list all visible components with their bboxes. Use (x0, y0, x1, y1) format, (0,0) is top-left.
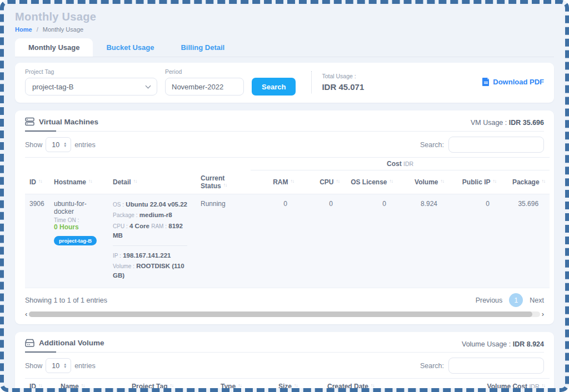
vm-col-volume[interactable]: Volume↑↓ (397, 170, 448, 194)
download-pdf-link[interactable]: Download PDF (482, 78, 544, 86)
vm-col-id[interactable]: ID↑↓ (25, 170, 49, 194)
tab-bucket-usage[interactable]: Bucket Usage (93, 38, 167, 57)
scroll-right-icon[interactable]: › (542, 311, 544, 317)
vm-section-title: Virtual Machines (25, 117, 98, 131)
vm-row-cost-public-ip: 0 (448, 194, 501, 288)
vm-col-ram[interactable]: RAM↑↓ (251, 170, 298, 194)
project-tag-label: Project Tag (25, 68, 157, 75)
sort-icon: ↑↓ (542, 383, 546, 388)
volume-page-size-select[interactable]: 10 (46, 358, 71, 373)
sort-icon: ↑↓ (291, 178, 295, 184)
volume-col-id[interactable]: ID↑↓ (25, 379, 56, 392)
vm-previous-button[interactable]: Previous (476, 296, 503, 304)
disk-drive-icon (25, 339, 34, 347)
spinner-arrows-icon (63, 363, 67, 369)
vm-col-os-license[interactable]: OS License↑↓ (344, 170, 397, 194)
vm-table-header-row: ID↑↓ Hostname↑↓ Detail↑↓ Current Status↑… (25, 170, 550, 194)
chevron-down-icon (146, 83, 151, 88)
scrollbar-track[interactable] (29, 311, 540, 317)
breadcrumb-separator: / (37, 26, 38, 33)
filter-card: Project Tag project-tag-B Period Search … (15, 63, 554, 103)
breadcrumb-home-link[interactable]: Home (15, 26, 32, 33)
project-tag-select[interactable]: project-tag-B (25, 78, 157, 96)
total-usage-value: IDR 45.071 (322, 82, 364, 92)
vm-row-cost-volume: 8.924 (397, 194, 448, 288)
tab-monthly-usage[interactable]: Monthly Usage (15, 38, 93, 57)
breadcrumb-current: Monthly Usage (43, 26, 83, 33)
vm-page-size-control: Show10entries (25, 137, 96, 152)
volume-col-type[interactable]: Type↑↓ (216, 379, 274, 392)
volume-table-header-row: ID↑↓ Name↑↓ Project Tag↑↓ Type↑↓ Size↑↓ … (25, 379, 550, 392)
time-on-value: 0 Hours (54, 223, 79, 231)
volume-usage-value: IDR 8.924 (513, 340, 544, 348)
volume-search-label: Search: (420, 362, 444, 370)
volume-col-name[interactable]: Name↑↓ (56, 379, 127, 392)
project-tag-field: Project Tag project-tag-B (25, 68, 157, 96)
vm-page-size-select[interactable]: 10 (46, 137, 71, 152)
volume-search-input[interactable] (448, 358, 544, 374)
period-input[interactable] (165, 78, 244, 96)
vm-row-cost-os-license: 0 (344, 194, 397, 288)
volume-col-volume-cost[interactable]: Volume Cost IDR↑↓ (425, 379, 550, 392)
time-on-label: Time ON : (54, 217, 104, 223)
period-field: Period (165, 68, 244, 96)
scroll-left-icon[interactable]: ‹ (25, 311, 27, 317)
spinner-arrows-icon (63, 142, 67, 148)
volume-table: ID↑↓ Name↑↓ Project Tag↑↓ Type↑↓ Size↑↓ … (25, 378, 550, 392)
sort-icon: ↑↓ (294, 383, 298, 388)
sort-icon: ↑↓ (38, 178, 42, 184)
volume-section: Additional Volume Volume Usage : IDR 8.9… (15, 332, 554, 392)
vm-col-public-ip[interactable]: Public IP↑↓ (448, 170, 501, 194)
vm-section-header: Virtual Machines VM Usage : IDR 35.696 (25, 117, 544, 132)
vm-col-hostname[interactable]: Hostname↑↓ (49, 170, 108, 194)
volume-section-header: Additional Volume Volume Usage : IDR 8.9… (25, 339, 544, 353)
vm-page-1-button[interactable]: 1 (509, 293, 523, 307)
page-frame: Monthly Usage Home / Monthly Usage Month… (0, 0, 569, 392)
vm-usage-label: VM Usage : (471, 119, 507, 127)
volume-usage: Volume Usage : IDR 8.924 (462, 339, 544, 348)
sort-icon: ↑↓ (88, 178, 92, 184)
total-usage-label: Total Usage : (322, 73, 364, 79)
vm-table-controls: Show10entries Search: (25, 137, 544, 153)
vm-search-input[interactable] (448, 137, 544, 153)
vm-col-current-status[interactable]: Current Status↑↓ (196, 170, 251, 194)
tab-billing-detail[interactable]: Billing Detail (167, 38, 238, 57)
total-usage: Total Usage : IDR 45.071 (311, 71, 364, 93)
vm-table-row: 3906 ubuntu-for-docker Time ON : 0 Hours… (25, 194, 550, 288)
sort-icon: ↑↓ (441, 178, 445, 184)
sort-icon: ↑↓ (223, 182, 227, 188)
volume-col-size[interactable]: Size↑↓ (274, 379, 323, 392)
vm-col-detail[interactable]: Detail↑↓ (108, 170, 196, 194)
vm-col-package[interactable]: Package↑↓ (501, 170, 550, 194)
volume-section-title: Additional Volume (25, 339, 104, 352)
sort-icon: ↑↓ (493, 178, 497, 184)
sort-icon: ↑↓ (542, 178, 546, 184)
search-button[interactable]: Search (252, 78, 296, 96)
vm-row-cost-cpu: 0 (298, 194, 344, 288)
sort-icon: ↑↓ (133, 178, 137, 184)
vm-usage-value: IDR 35.696 (509, 119, 544, 127)
vm-table: Cost IDR ID↑↓ Hostname↑↓ Detail↑↓ Curren… (25, 157, 550, 288)
vm-row-hostname: ubuntu-for-docker Time ON : 0 Hours proj… (49, 194, 108, 288)
vm-col-cpu[interactable]: CPU↑↓ (298, 170, 344, 194)
sort-icon: ↑↓ (371, 383, 375, 388)
project-tag-selected-value: project-tag-B (32, 83, 73, 91)
pdf-file-icon (482, 78, 490, 86)
sort-icon: ↑↓ (336, 178, 340, 184)
vm-pagination: Previous 1 Next (476, 293, 544, 307)
page-title: Monthly Usage (15, 11, 554, 23)
volume-table-controls: Show10entries Search: (25, 358, 544, 374)
volume-col-created-date[interactable]: Created Date↑↓ (323, 379, 425, 392)
volume-usage-label: Volume Usage : (462, 340, 511, 348)
scrollbar-thumb[interactable] (29, 311, 532, 317)
volume-col-project-tag[interactable]: Project Tag↑↓ (127, 379, 216, 392)
breadcrumb: Home / Monthly Usage (15, 26, 554, 33)
vm-horizontal-scrollbar[interactable]: ‹ › (25, 311, 544, 318)
period-label: Period (165, 68, 244, 75)
sort-icon: ↑↓ (169, 383, 173, 388)
vm-row-cost-package: 35.696 (501, 194, 550, 288)
volume-page-size-control: Show10entries (25, 358, 96, 373)
detail-divider (113, 245, 187, 246)
vm-next-button[interactable]: Next (530, 296, 544, 304)
vm-table-footer: Showing 1 to 1 of 1 entries Previous 1 N… (25, 293, 544, 307)
